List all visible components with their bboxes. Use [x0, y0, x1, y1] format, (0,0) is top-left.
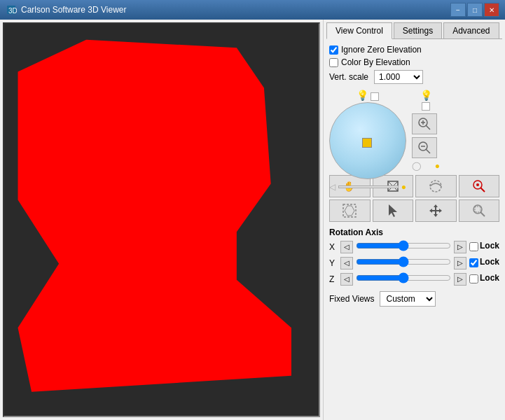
x-axis-inc-button[interactable]: ▷ — [454, 241, 466, 253]
rotation-sphere-container: 💡 ◁ ● — [329, 90, 406, 167]
svg-text:3D: 3D — [8, 7, 17, 15]
z-axis-slider[interactable] — [356, 272, 451, 284]
y-lock-container: Lock — [469, 257, 499, 270]
z-axis-slider-container — [356, 272, 451, 286]
x-axis-label: X — [329, 242, 338, 252]
light-bulb-top-icon: 💡 — [357, 90, 368, 101]
light-bulb-right-icon: 💡 — [420, 90, 432, 101]
app-title: Carlson Software 3D Viewer — [21, 5, 450, 15]
pointer-tool-button[interactable] — [373, 200, 414, 222]
x-axis-slider[interactable] — [356, 240, 451, 251]
white-box-icon — [371, 92, 379, 101]
right-panel: View Control Settings Advanced Ignore Ze… — [323, 20, 505, 420]
y-lock-checkbox[interactable] — [469, 258, 478, 267]
window-controls: − □ ✕ — [450, 3, 499, 17]
svg-marker-21 — [389, 204, 397, 217]
ignore-zero-elevation-row: Ignore Zero Elevation — [329, 45, 499, 55]
z-axis-row: Z ◁ ▷ Lock — [329, 272, 499, 286]
x-axis-dec-button[interactable]: ◁ — [340, 241, 353, 253]
y-axis-slider[interactable] — [356, 256, 451, 267]
x-lock-checkbox[interactable] — [469, 242, 478, 251]
color-by-elevation-label: Color By Elevation — [341, 57, 410, 67]
x-lock-container: Lock — [469, 241, 499, 253]
fixed-views-select[interactable]: Custom Top Front Side Isometric — [380, 291, 436, 307]
app-icon: 3D — [6, 4, 17, 15]
tab-view-control[interactable]: View Control — [326, 22, 392, 39]
move-tool-button[interactable] — [415, 200, 457, 222]
title-bar: 3D Carlson Software 3D Viewer − □ ✕ — [0, 0, 505, 20]
rotation-sphere[interactable] — [329, 102, 406, 179]
main-container: View Control Settings Advanced Ignore Ze… — [0, 20, 505, 420]
y-axis-dec-button[interactable]: ◁ — [340, 257, 353, 270]
svg-rect-19 — [343, 204, 356, 217]
x-lock-label: Lock — [480, 241, 499, 251]
select-tool-button[interactable] — [329, 200, 371, 222]
color-by-elevation-checkbox[interactable] — [329, 58, 338, 67]
zoom-out-button[interactable] — [412, 137, 437, 158]
rotation-axis-label: Rotation Axis — [329, 227, 499, 237]
svg-point-18 — [476, 183, 479, 186]
minimize-button[interactable]: − — [450, 3, 466, 17]
panel-content: Ignore Zero Elevation Color By Elevation… — [326, 42, 502, 417]
y-axis-inc-button[interactable]: ▷ — [454, 257, 466, 270]
y-axis-label: Y — [329, 258, 338, 268]
z-lock-checkbox[interactable] — [469, 274, 478, 284]
svg-line-17 — [480, 188, 485, 192]
maximize-button[interactable]: □ — [467, 3, 483, 17]
sphere-arrow-right-icon: ● — [401, 182, 406, 192]
svg-point-15 — [430, 181, 441, 192]
vert-scale-label: Vert. scale — [329, 72, 368, 82]
viewport-3d[interactable] — [3, 22, 320, 417]
viewer-controls: 💡 ◁ ● 💡 — [329, 90, 499, 171]
svg-rect-25 — [475, 206, 480, 212]
z-axis-dec-button[interactable]: ◁ — [340, 273, 353, 286]
fixed-views-row: Fixed Views Custom Top Front Side Isomet… — [329, 291, 499, 307]
svg-line-5 — [426, 125, 430, 130]
sphere-arrow-left-icon: ◁ — [329, 182, 335, 192]
color-by-elevation-row: Color By Elevation — [329, 57, 499, 67]
tab-bar: View Control Settings Advanced — [326, 22, 502, 39]
white-box-right-icon — [422, 102, 430, 111]
y-axis-row: Y ◁ ▷ Lock — [329, 256, 499, 270]
ignore-zero-elevation-label: Ignore Zero Elevation — [341, 45, 422, 55]
tab-settings[interactable]: Settings — [394, 22, 442, 38]
z-lock-container: Lock — [469, 273, 499, 286]
z-axis-inc-button[interactable]: ▷ — [454, 273, 466, 286]
z-lock-label: Lock — [480, 273, 499, 283]
vert-scale-row: Vert. scale 1.000 2.000 0.500 — [329, 70, 499, 84]
tab-advanced[interactable]: Advanced — [443, 22, 499, 38]
svg-marker-22 — [429, 204, 442, 217]
svg-marker-20 — [345, 206, 354, 216]
z-axis-label: Z — [329, 274, 338, 284]
close-button[interactable]: ✕ — [484, 3, 499, 17]
y-lock-label: Lock — [480, 257, 499, 267]
light-small-left-icon: ◯ — [412, 161, 421, 171]
svg-line-24 — [480, 212, 485, 216]
sphere-marker — [362, 138, 372, 148]
x-axis-row: X ◁ ▷ Lock — [329, 240, 499, 253]
orbit-tool-button[interactable] — [415, 175, 457, 197]
x-axis-slider-container — [356, 240, 451, 253]
ignore-zero-elevation-checkbox[interactable] — [329, 46, 338, 55]
rotation-axis-section: Rotation Axis X ◁ ▷ Lock Y — [329, 227, 499, 286]
svg-line-9 — [426, 149, 430, 153]
fixed-views-label: Fixed Views — [329, 294, 374, 304]
light-small-right-icon: ● — [435, 161, 440, 171]
zoom-in-button[interactable] — [412, 113, 437, 134]
zoom-window-tool-button[interactable] — [459, 200, 500, 222]
y-axis-slider-container — [356, 256, 451, 270]
zoom-area-tool-button[interactable] — [459, 175, 500, 197]
vert-scale-select[interactable]: 1.000 2.000 0.500 — [374, 70, 423, 84]
